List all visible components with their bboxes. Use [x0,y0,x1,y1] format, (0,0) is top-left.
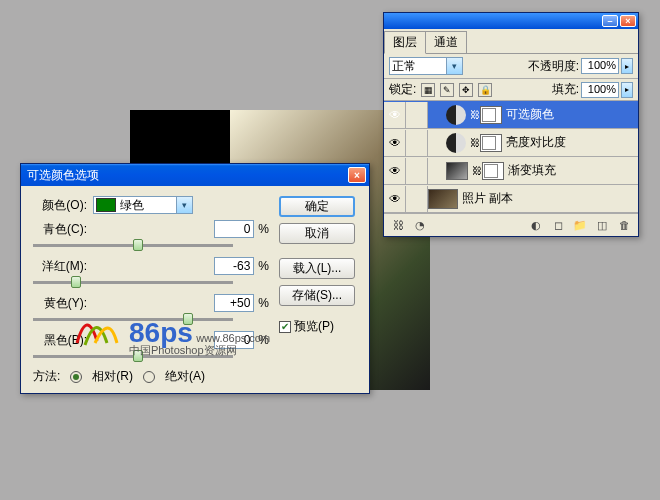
mask-thumb[interactable] [480,106,502,124]
preview-checkbox[interactable]: ✔ [279,321,291,333]
layer-name: 照片 副本 [462,190,513,207]
dialog-titlebar[interactable]: 可选颜色选项 × [21,164,369,186]
layer-row-photo-copy[interactable]: 👁 照片 副本 [384,185,638,213]
color-value: 绿色 [120,197,144,214]
percent-symbol: % [258,296,269,310]
gradient-thumb [446,162,468,180]
style-icon[interactable]: ◔ [412,217,428,233]
tab-channels[interactable]: 通道 [425,31,467,53]
method-absolute-label: 绝对(A) [165,368,205,385]
mask-thumb[interactable] [480,134,502,152]
lock-all-icon[interactable]: 🔒 [478,83,492,97]
layers-panel: – × 图层 通道 正常 ▾ 不透明度: 100% ▸ 锁定: ▦ ✎ ✥ 🔒 … [383,12,639,237]
mask-thumb[interactable] [482,162,504,180]
panel-options-row: 正常 ▾ 不透明度: 100% ▸ [384,54,638,79]
selective-color-dialog: 可选颜色选项 × 颜色(O): 绿色 ▾ 青色(C): [20,163,370,394]
link-column[interactable] [406,102,428,128]
dropdown-arrow-icon: ▾ [446,58,462,74]
lock-position-icon[interactable]: ✥ [459,83,473,97]
yellow-label: 黄色(Y): [33,295,93,312]
color-swatch [96,198,116,212]
fill-input[interactable]: 100% [581,82,619,98]
magenta-slider[interactable] [33,281,233,284]
adjustment-icon [446,133,466,153]
percent-symbol: % [258,259,269,273]
opacity-label: 不透明度: [528,58,579,75]
method-label: 方法: [33,368,60,385]
trash-icon[interactable]: 🗑 [616,217,632,233]
folder-icon[interactable]: 📁 [572,217,588,233]
layer-name: 渐变填充 [508,162,556,179]
link-column[interactable] [406,158,428,184]
method-relative-label: 相对(R) [92,368,133,385]
link-icon[interactable]: ⛓ [390,217,406,233]
percent-symbol: % [258,333,269,347]
blend-mode-select[interactable]: 正常 ▾ [389,57,463,75]
close-button[interactable]: × [620,15,636,27]
method-relative-radio[interactable] [70,371,82,383]
percent-symbol: % [258,222,269,236]
opacity-input[interactable]: 100% [581,58,619,74]
visibility-toggle[interactable]: 👁 [384,130,406,156]
magenta-input[interactable] [214,257,254,275]
dialog-title: 可选颜色选项 [27,167,348,184]
preview-label: 预览(P) [294,318,334,335]
lock-transparent-icon[interactable]: ▦ [421,83,435,97]
method-absolute-radio[interactable] [143,371,155,383]
save-button[interactable]: 存储(S)... [279,285,355,306]
cyan-input[interactable] [214,220,254,238]
layer-name: 亮度对比度 [506,134,566,151]
lock-paint-icon[interactable]: ✎ [440,83,454,97]
layers-list: 👁 ⛓ 可选颜色 👁 ⛓ 亮度对比度 👁 ⛓ 渐变填充 � [384,101,638,213]
black-label: 黑色(B): [33,332,93,349]
link-column[interactable] [406,130,428,156]
layer-row-gradient[interactable]: 👁 ⛓ 渐变填充 [384,157,638,185]
load-button[interactable]: 载入(L)... [279,258,355,279]
color-select[interactable]: 绿色 ▾ [93,196,193,214]
cancel-button[interactable]: 取消 [279,223,355,244]
yellow-slider[interactable] [33,318,233,321]
chain-icon: ⛓ [470,109,480,120]
layer-row-brightness[interactable]: 👁 ⛓ 亮度对比度 [384,129,638,157]
visibility-toggle[interactable]: 👁 [384,158,406,184]
visibility-toggle[interactable]: 👁 [384,102,406,128]
adjustment-icon [446,105,466,125]
lock-row: 锁定: ▦ ✎ ✥ 🔒 填充: 100% ▸ [384,79,638,101]
visibility-toggle[interactable]: 👁 [384,186,406,212]
mask-icon[interactable]: ◻ [550,217,566,233]
cyan-label: 青色(C): [33,221,93,238]
opacity-flyout-icon[interactable]: ▸ [621,58,633,74]
yellow-input[interactable] [214,294,254,312]
blend-mode-value: 正常 [392,58,416,75]
adjustment-layer-icon[interactable]: ◐ [528,217,544,233]
fill-label: 填充: [552,81,579,98]
lock-label: 锁定: [389,81,416,98]
link-column[interactable] [406,186,428,212]
color-label: 颜色(O): [33,197,93,214]
chain-icon: ⛓ [470,137,480,148]
black-slider[interactable] [33,355,233,358]
layer-row-selective-color[interactable]: 👁 ⛓ 可选颜色 [384,101,638,129]
close-button[interactable]: × [348,167,366,183]
chain-icon: ⛓ [472,165,482,176]
dropdown-arrow-icon: ▾ [176,197,192,213]
magenta-label: 洋红(M): [33,258,93,275]
panel-tabs: 图层 通道 [384,29,638,54]
image-thumb [428,189,458,209]
cyan-slider[interactable] [33,244,233,247]
tab-layers[interactable]: 图层 [384,31,426,54]
new-layer-icon[interactable]: ◫ [594,217,610,233]
panel-titlebar[interactable]: – × [384,13,638,29]
panel-bottom-toolbar: ⛓ ◔ ◐ ◻ 📁 ◫ 🗑 [384,213,638,236]
black-input[interactable] [214,331,254,349]
minimize-button[interactable]: – [602,15,618,27]
fill-flyout-icon[interactable]: ▸ [621,82,633,98]
layer-name: 可选颜色 [506,106,554,123]
ok-button[interactable]: 确定 [279,196,355,217]
